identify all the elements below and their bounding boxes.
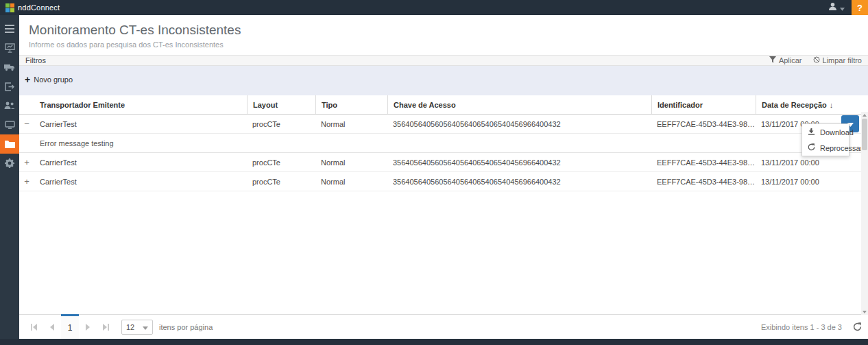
clear-filter-label: Limpar filtro	[823, 56, 862, 64]
menu-item-download[interactable]: Download	[802, 124, 849, 140]
apply-filter-label: Aplicar	[779, 56, 802, 64]
col-tipo[interactable]: Tipo	[315, 95, 387, 114]
filters-bar: Filtros Aplicar Limpar filtro	[19, 55, 868, 66]
table-row[interactable]: − CarrierTest procCTe Normal 35640564056…	[19, 115, 868, 134]
cell-chave: 3564056405605640564065406540456966400432	[387, 178, 651, 186]
cell-layout: procCTe	[247, 120, 315, 128]
cell-tipo: Normal	[315, 120, 387, 128]
page-head: Monitoramento CT-es Inconsistentes Infor…	[19, 15, 868, 55]
plus-icon: +	[25, 76, 30, 83]
pagination-bar: 1 12 itens por página Exibindo itens 1 -…	[19, 314, 868, 339]
reprocess-icon	[808, 143, 815, 152]
cell-identificador: EEFF7CAE-45D3-44E3-983D-666564F24...	[651, 158, 756, 167]
main-content: Monitoramento CT-es Inconsistentes Infor…	[19, 15, 868, 339]
per-page-label: itens por página	[159, 323, 213, 331]
results-table: Transportador Emitente Layout Tipo Chave…	[19, 95, 868, 191]
expand-row-button[interactable]: +	[19, 158, 34, 167]
last-page-button[interactable]	[97, 316, 114, 339]
collapse-row-button[interactable]: −	[19, 120, 34, 128]
cell-chave: 3564056405605640564065406540456966400432	[387, 158, 651, 167]
new-group-label: Novo grupo	[34, 75, 73, 84]
settings-icon[interactable]	[0, 154, 19, 173]
vertical-scrollbar[interactable]	[861, 112, 868, 315]
page-size-value: 12	[126, 323, 134, 331]
table-header: Transportador Emitente Layout Tipo Chave…	[19, 95, 868, 115]
cell-chave: 3564056405605640564065406540456966400432	[387, 120, 651, 128]
scrollbar-thumb[interactable]	[862, 119, 867, 150]
col-chave[interactable]: Chave de Acesso	[387, 95, 651, 114]
page-title: Monitoramento CT-es Inconsistentes	[29, 23, 858, 38]
col-identificador[interactable]: Identificador	[651, 95, 756, 114]
download-icon	[808, 128, 815, 136]
col-label: Data de Recepção	[762, 101, 827, 109]
page-size-select[interactable]: 12	[121, 320, 153, 335]
cell-transportador: CarrierTest	[34, 158, 247, 167]
cell-identificador: EEFF7CAE-45D3-44E3-983D-666564F24...	[651, 120, 756, 128]
pager-status: Exibindo itens 1 - 3 de 3	[761, 323, 842, 331]
app-root: nddConnect ?	[0, 0, 868, 345]
topbar-actions: ?	[821, 0, 868, 15]
chevron-down-icon	[143, 323, 148, 331]
prev-page-button[interactable]	[43, 316, 61, 339]
apply-filter-button[interactable]: Aplicar	[769, 56, 802, 64]
pager-status-area: Exibindo itens 1 - 3 de 3	[761, 322, 862, 331]
page-subtitle: Informe os dados para pesquisa dos CT-es…	[29, 40, 858, 49]
documents-icon[interactable]	[0, 134, 19, 154]
col-data-recepcao[interactable]: Data de Recepção ↓	[756, 95, 868, 114]
filter-panel: + Novo grupo	[19, 66, 868, 95]
topbar: nddConnect ?	[0, 0, 868, 15]
funnel-icon	[769, 56, 776, 64]
refresh-icon[interactable]	[853, 322, 862, 331]
filters-title: Filtros	[25, 56, 46, 64]
help-button[interactable]: ?	[852, 0, 868, 15]
sort-desc-icon: ↓	[830, 101, 834, 109]
ban-icon	[813, 56, 820, 64]
footer-bar	[0, 339, 868, 345]
user-icon	[828, 1, 837, 14]
cell-layout: procCTe	[247, 158, 315, 167]
next-page-button[interactable]	[79, 316, 97, 339]
current-page-button[interactable]: 1	[61, 314, 79, 339]
col-layout[interactable]: Layout	[247, 95, 315, 114]
scroll-down-icon[interactable]	[861, 309, 868, 315]
cell-transportador: CarrierTest	[34, 120, 247, 128]
row-detail-error-message: Error message testing	[19, 134, 868, 153]
table-row[interactable]: + CarrierTest procCTe Normal 35640564056…	[19, 153, 868, 172]
user-menu-button[interactable]	[821, 0, 852, 15]
cell-identificador: EEFF7CAE-45D3-44E3-983D-666564F24...	[651, 178, 756, 186]
table-row[interactable]: + CarrierTest procCTe Normal 35640564056…	[19, 172, 868, 191]
dashboard-icon[interactable]	[0, 38, 19, 58]
first-page-button[interactable]	[25, 316, 43, 339]
menu-item-reprocess[interactable]: Reprocessar	[802, 140, 849, 156]
users-icon[interactable]	[0, 96, 19, 115]
col-label: Chave de Acesso	[394, 101, 456, 109]
cell-tipo: Normal	[315, 158, 387, 167]
cell-data: 13/11/2017 00:00	[756, 158, 868, 167]
scroll-up-icon[interactable]	[861, 112, 868, 118]
row-actions-menu: Download Reprocessar	[801, 123, 849, 156]
col-label: Transportador Emitente	[40, 101, 125, 109]
cell-data: 13/11/2017 00:00	[756, 178, 868, 186]
truck-icon[interactable]	[0, 58, 19, 77]
menu-item-label: Reprocessar	[820, 144, 863, 152]
clear-filter-button[interactable]: Limpar filtro	[813, 56, 862, 64]
expand-row-button[interactable]: +	[19, 178, 34, 186]
export-icon[interactable]	[0, 77, 19, 96]
monitor-icon[interactable]	[0, 115, 19, 134]
menu-icon[interactable]	[0, 19, 19, 38]
cell-layout: procCTe	[247, 178, 315, 186]
brand-logo-icon	[5, 3, 14, 12]
col-label: Tipo	[322, 101, 337, 109]
col-label: Identificador	[658, 101, 703, 109]
cell-tipo: Normal	[315, 178, 387, 186]
menu-item-label: Download	[820, 128, 854, 136]
cell-transportador: CarrierTest	[34, 178, 247, 186]
chevron-down-icon	[840, 1, 845, 14]
sidebar	[0, 15, 19, 339]
new-group-button[interactable]: + Novo grupo	[25, 75, 73, 84]
col-expand	[19, 95, 34, 114]
col-transportador[interactable]: Transportador Emitente	[34, 95, 247, 114]
brand[interactable]: nddConnect	[0, 3, 60, 12]
col-label: Layout	[253, 101, 278, 109]
brand-name: nddConnect	[18, 3, 60, 12]
